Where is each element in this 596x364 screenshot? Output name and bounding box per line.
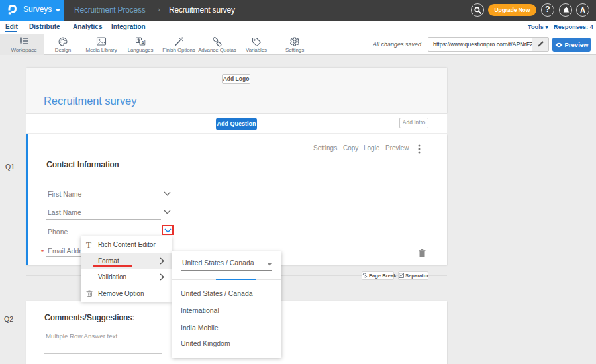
svg-text:A: A xyxy=(141,40,144,45)
